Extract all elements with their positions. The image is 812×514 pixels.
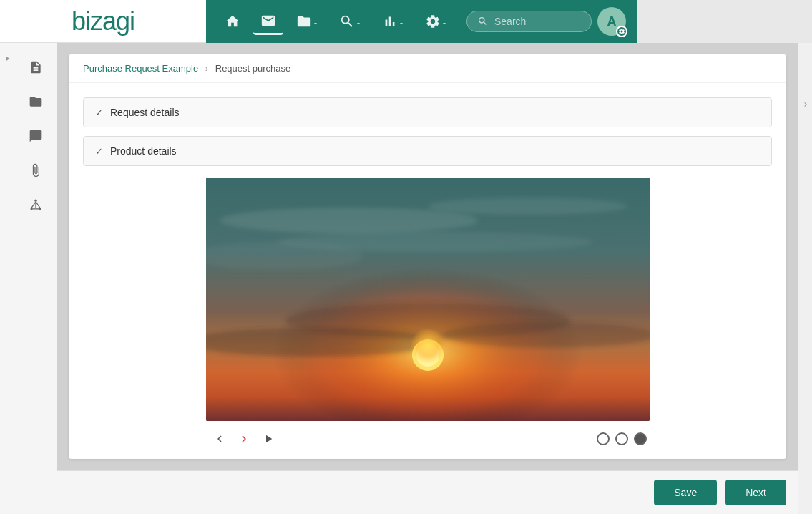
image-display bbox=[206, 178, 650, 421]
breadcrumb: Purchase Request Example › Request purch… bbox=[69, 54, 786, 83]
image-nav-controls bbox=[209, 428, 279, 450]
product-details-label: Product details bbox=[110, 145, 177, 157]
product-details-header[interactable]: ✓ Product details bbox=[84, 137, 771, 165]
app-logo: bizagi bbox=[72, 6, 134, 37]
right-collapse-handle[interactable] bbox=[798, 43, 812, 514]
avatar[interactable]: A bbox=[597, 7, 626, 36]
sidebar-icon-document[interactable] bbox=[20, 52, 52, 83]
image-controls bbox=[206, 421, 650, 457]
sidebar-icon-network[interactable] bbox=[20, 189, 52, 220]
content-area: Purchase Request Example › Request purch… bbox=[57, 43, 798, 514]
top-navbar: A bbox=[206, 0, 637, 43]
chevron-right-icon-2: ✓ bbox=[95, 146, 103, 157]
nav-home[interactable] bbox=[217, 9, 248, 34]
request-details-section: ✓ Request details bbox=[83, 97, 772, 127]
next-btn[interactable] bbox=[233, 428, 255, 450]
nav-chart[interactable] bbox=[375, 9, 412, 34]
form-body: ✓ Request details ✓ Product details bbox=[69, 83, 786, 459]
request-details-label: Request details bbox=[110, 107, 180, 118]
dot-1[interactable] bbox=[597, 432, 610, 445]
prev-btn[interactable] bbox=[209, 428, 230, 450]
chevron-right-icon: ✓ bbox=[95, 107, 103, 118]
svg-point-6 bbox=[428, 198, 628, 215]
sidebar-icon-folder[interactable] bbox=[20, 86, 52, 117]
nav-folder[interactable] bbox=[289, 9, 326, 34]
dot-2[interactable] bbox=[615, 432, 628, 445]
icon-sidebar bbox=[14, 43, 57, 514]
svg-point-2 bbox=[39, 208, 41, 210]
image-container bbox=[206, 178, 650, 457]
svg-point-5 bbox=[220, 208, 478, 233]
sidebar-icon-attachment[interactable] bbox=[20, 155, 52, 186]
search-bar[interactable] bbox=[466, 11, 592, 32]
nav-settings[interactable] bbox=[418, 9, 455, 34]
logo-area: bizagi bbox=[0, 0, 206, 43]
image-svg bbox=[206, 178, 650, 421]
svg-point-0 bbox=[34, 200, 36, 202]
image-dots bbox=[597, 432, 647, 445]
svg-point-11 bbox=[442, 322, 650, 348]
dot-3[interactable] bbox=[634, 432, 647, 445]
search-icon bbox=[477, 16, 489, 27]
svg-point-1 bbox=[30, 208, 32, 210]
request-details-header[interactable]: ✓ Request details bbox=[84, 98, 771, 127]
avatar-letter: A bbox=[607, 14, 617, 29]
nav-search[interactable] bbox=[332, 9, 369, 34]
breadcrumb-current: Request purchase bbox=[215, 63, 291, 74]
breadcrumb-separator: › bbox=[205, 63, 208, 74]
action-bar: Save Next bbox=[57, 470, 798, 514]
logo-accent: biz bbox=[72, 6, 102, 36]
breadcrumb-parent[interactable]: Purchase Request Example bbox=[83, 63, 198, 74]
play-btn[interactable] bbox=[258, 428, 279, 450]
search-input[interactable] bbox=[494, 16, 580, 27]
avatar-settings-badge bbox=[616, 26, 627, 37]
sidebar-collapse-btn[interactable] bbox=[0, 43, 14, 74]
product-details-section: ✓ Product details bbox=[83, 136, 772, 166]
svg-point-13 bbox=[416, 344, 439, 367]
sidebar-icon-chat[interactable] bbox=[20, 120, 52, 152]
form-card: Purchase Request Example › Request purch… bbox=[69, 54, 786, 459]
nav-inbox[interactable] bbox=[253, 9, 283, 35]
next-button[interactable]: Next bbox=[725, 480, 786, 505]
save-button[interactable]: Save bbox=[654, 480, 717, 505]
